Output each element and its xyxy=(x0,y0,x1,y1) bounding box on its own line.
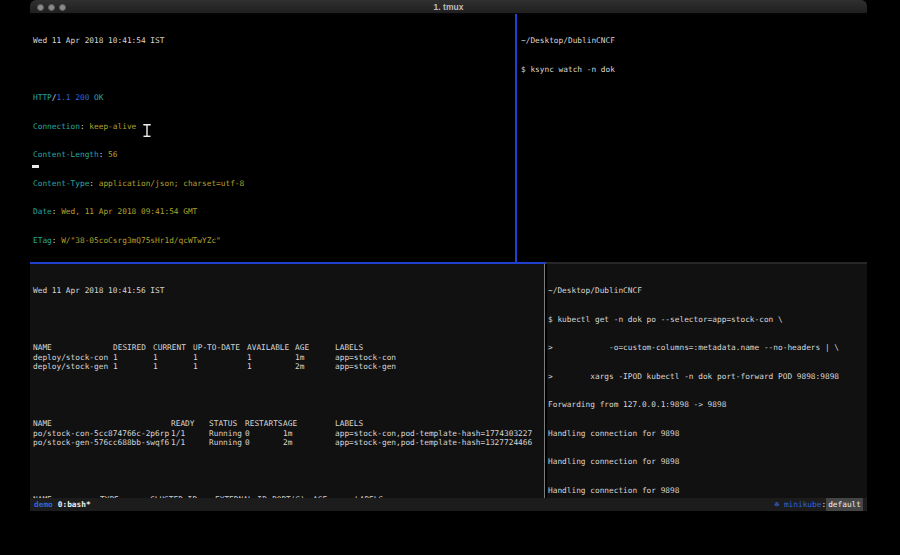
col-header: RESTARTS xyxy=(245,419,283,429)
col-header: CURRENT xyxy=(153,343,193,353)
http-version-code: 1.1 200 xyxy=(56,93,89,102)
pane-http-response[interactable]: Wed 11 Apr 2018 10:41:54 IST HTTP/1.1 20… xyxy=(30,14,515,262)
cell: Running xyxy=(209,429,245,439)
cell: 1m xyxy=(295,353,335,363)
cell: app=stock-con xyxy=(335,353,544,363)
pane-port-forward[interactable]: ~/Desktop/DublinCNCF $ kubectl get -n do… xyxy=(547,264,867,498)
close-button[interactable] xyxy=(37,4,44,11)
cell: deploy/stock-con xyxy=(33,353,113,363)
http-header: ETag: W/"38-05coCsrg3mQ75sHr1d/qcWTwYZc" xyxy=(33,236,515,246)
timestamp: Wed 11 Apr 2018 10:41:54 IST xyxy=(33,36,515,46)
cell: 1 xyxy=(153,353,193,363)
col-header: NAME xyxy=(33,419,171,429)
cell: 1 xyxy=(247,362,295,372)
window-title: 1. tmux xyxy=(30,0,867,14)
traffic-lights xyxy=(37,4,66,11)
col-header: UP-TO-DATE xyxy=(193,343,247,353)
http-header: Connection: keep-alive xyxy=(33,122,515,132)
cell: app=stock-gen xyxy=(335,362,544,372)
http-reason: OK xyxy=(94,93,103,102)
pane-kubectl-resources[interactable]: Wed 11 Apr 2018 10:41:56 IST NAMEDESIRED… xyxy=(30,264,544,498)
command: $ ksync watch -n dok xyxy=(521,65,867,75)
command-line: $ kubectl get -n dok po --selector=app=s… xyxy=(548,315,867,325)
cell: 0 xyxy=(245,429,283,439)
col-header: AGE xyxy=(283,419,335,429)
cell: 1m xyxy=(283,429,335,439)
desktop-background: 1. tmux Wed 11 Apr 2018 10:41:54 IST HTT… xyxy=(0,0,900,555)
cell: 1 xyxy=(193,362,247,372)
cell: 1 xyxy=(153,362,193,372)
mouse-cursor-ibeam xyxy=(143,124,151,137)
handling-line: Handling connection for 9898 xyxy=(548,486,867,496)
cell: 1/1 xyxy=(171,438,209,448)
handling-line: Handling connection for 9898 xyxy=(548,457,867,467)
cell: po/stock-con-5cc874766c-2p6rp xyxy=(33,429,171,439)
cell: 2m xyxy=(295,362,335,372)
col-header: READY xyxy=(171,419,209,429)
http-status-line: HTTP/1.1 200 OK xyxy=(33,93,515,103)
terminal-cursor xyxy=(32,165,39,168)
http-proto: HTTP xyxy=(33,93,52,102)
col-header: STATUS xyxy=(209,419,245,429)
command-line: > -o=custom-columns=:metadata.name --no-… xyxy=(548,343,867,353)
col-header: LABELS xyxy=(335,343,544,353)
handling-line: Handling connection for 9898 xyxy=(548,429,867,439)
kube-context: minikube xyxy=(779,498,821,511)
col-header: AVAILABLE xyxy=(247,343,295,353)
cwd: ~/Desktop/DublinCNCF xyxy=(548,286,867,296)
timestamp: Wed 11 Apr 2018 10:41:56 IST xyxy=(33,286,544,296)
cell: 1 xyxy=(113,362,153,372)
cwd: ~/Desktop/DublinCNCF xyxy=(521,36,867,46)
http-header: Content-Type: application/json; charset=… xyxy=(33,179,515,189)
cell: 0 xyxy=(245,438,283,448)
pane-border-vertical[interactable] xyxy=(544,264,545,498)
col-header: LABELS xyxy=(335,419,544,429)
col-header: AGE xyxy=(295,343,335,353)
cell: 1 xyxy=(113,353,153,363)
window-titlebar[interactable]: 1. tmux xyxy=(30,0,867,14)
col-header: DESIRED xyxy=(113,343,153,353)
cell: 1 xyxy=(193,353,247,363)
maximize-button[interactable] xyxy=(59,4,66,11)
tmux-session-name: demo xyxy=(34,498,53,511)
forwarding-line: Forwarding from 127.0.0.1:9898 -> 9898 xyxy=(548,400,867,410)
cell: 2m xyxy=(283,438,335,448)
cell: app=stock-gen,pod-template-hash=13277244… xyxy=(335,438,544,448)
http-header: Content-Length: 56 xyxy=(33,150,515,160)
cell: 1 xyxy=(247,353,295,363)
pods-table: NAMEREADYSTATUSRESTARTSAGELABELS po/stoc… xyxy=(33,419,544,448)
http-header: Date: Wed, 11 Apr 2018 09:41:54 GMT xyxy=(33,207,515,217)
cell: deploy/stock-gen xyxy=(33,362,113,372)
tmux-status-bar: demo0:bash* ☸ minikube:default xyxy=(30,498,867,511)
cell: app=stock-con,pod-template-hash=17743032… xyxy=(335,429,544,439)
pane-ksync[interactable]: ~/Desktop/DublinCNCF $ ksync watch -n do… xyxy=(520,14,867,262)
cell: 1/1 xyxy=(171,429,209,439)
cell: Running xyxy=(209,438,245,448)
minimize-button[interactable] xyxy=(48,4,55,11)
pane-border-active-vertical[interactable] xyxy=(515,14,517,262)
kube-namespace: default xyxy=(826,498,863,511)
terminal-window: 1. tmux Wed 11 Apr 2018 10:41:54 IST HTT… xyxy=(30,0,867,511)
col-header: NAME xyxy=(33,343,113,353)
tmux-window-tab[interactable]: 0:bash* xyxy=(58,498,91,511)
deployments-table: NAMEDESIREDCURRENTUP-TO-DATEAVAILABLEAGE… xyxy=(33,343,544,372)
cell: po/stock-gen-576cc688bb-swqf6 xyxy=(33,438,171,448)
command-line: > xargs -IPOD kubectl -n dok port-forwar… xyxy=(548,372,867,382)
